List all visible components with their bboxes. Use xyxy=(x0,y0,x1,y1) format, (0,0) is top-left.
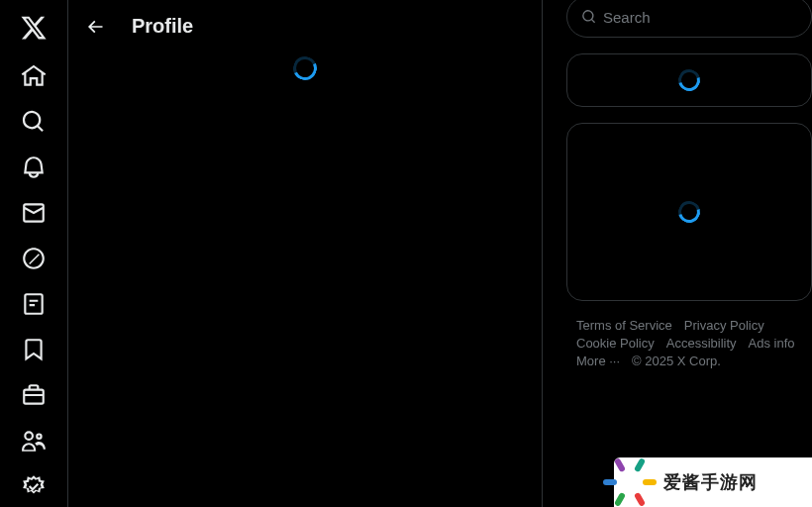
footer-link[interactable]: Privacy Policy xyxy=(684,317,764,335)
nav-premium[interactable] xyxy=(9,461,58,507)
nav-messages[interactable] xyxy=(9,189,58,238)
footer-link[interactable]: Cookie Policy xyxy=(576,335,655,353)
right-card-1 xyxy=(566,53,812,107)
right-card-2 xyxy=(566,123,812,301)
brand-overlay: 爱酱手游网 xyxy=(614,457,812,507)
nav-explore[interactable] xyxy=(9,98,58,147)
footer-link[interactable]: Ads info xyxy=(749,335,795,353)
brand-logo-icon xyxy=(622,464,658,500)
main-loading xyxy=(68,52,542,80)
nav-grok[interactable] xyxy=(9,235,58,283)
main-header: Profile xyxy=(68,0,542,52)
nav-home[interactable] xyxy=(9,52,58,101)
x-logo[interactable] xyxy=(9,4,58,52)
nav-jobs[interactable] xyxy=(9,370,58,419)
nav-communities[interactable] xyxy=(9,416,58,464)
search-icon xyxy=(581,9,597,25)
right-column: Terms of Service Privacy Policy Cookie P… xyxy=(543,0,812,507)
footer-link[interactable]: More ··· xyxy=(576,353,620,370)
brand-text: 爱酱手游网 xyxy=(663,470,758,494)
footer-link[interactable]: Terms of Service xyxy=(576,317,672,335)
footer-copyright: © 2025 X Corp. xyxy=(632,353,721,370)
spinner-icon xyxy=(674,65,704,95)
main-column: Profile xyxy=(67,0,543,507)
nav-lists[interactable] xyxy=(9,279,58,328)
left-nav xyxy=(0,0,67,507)
search-box[interactable] xyxy=(566,0,812,38)
back-button[interactable] xyxy=(78,10,112,44)
search-input[interactable] xyxy=(603,9,797,26)
spinner-icon xyxy=(674,197,704,227)
arrow-left-icon xyxy=(85,17,105,37)
nav-notifications[interactable] xyxy=(9,144,58,192)
nav-bookmarks[interactable] xyxy=(9,325,58,373)
page-title: Profile xyxy=(132,15,193,38)
footer-links: Terms of Service Privacy Policy Cookie P… xyxy=(566,317,812,370)
spinner-icon xyxy=(290,53,321,84)
footer-link[interactable]: Accessibility xyxy=(666,335,737,353)
